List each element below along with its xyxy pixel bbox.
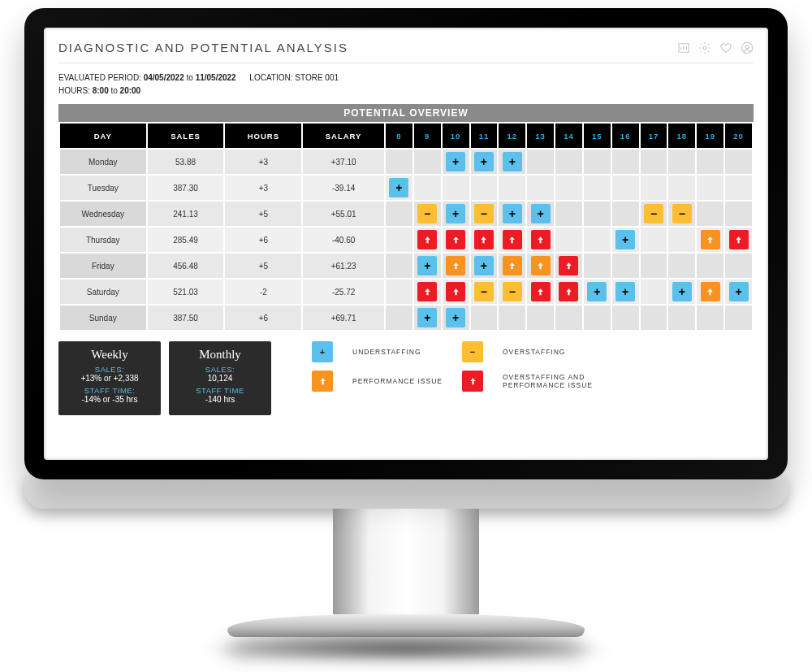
slot (612, 254, 639, 278)
slot (725, 254, 752, 278)
cell-salary: +37.10 (303, 150, 384, 174)
slot (668, 176, 695, 200)
col-hour-10: 10 (443, 124, 469, 148)
slot-badge-U: + (531, 204, 551, 223)
slot (584, 254, 611, 278)
slot (641, 150, 667, 174)
hour-to: 20:00 (120, 86, 141, 95)
slot: + (499, 202, 525, 226)
slot (697, 306, 723, 330)
slot (499, 176, 525, 200)
cell-sales: 387.50 (148, 306, 224, 330)
slot-badge-R (559, 282, 578, 301)
slot-badge-U: + (729, 282, 749, 301)
slot-badge-U: + (474, 256, 494, 275)
col-hour-8: 8 (386, 124, 412, 148)
slot (668, 254, 695, 278)
table-row: Saturday521.03-2-25.72−−++++ (60, 280, 752, 304)
slot: − (414, 202, 441, 226)
slot-badge-P (503, 256, 522, 275)
cell-sales: 521.03 (148, 280, 224, 304)
slot (668, 306, 695, 330)
slot (725, 228, 752, 252)
slot-badge-U: + (474, 152, 494, 171)
slot (386, 228, 412, 252)
slot: + (584, 280, 611, 304)
slot: − (471, 202, 498, 226)
slot-badge-U: + (503, 152, 522, 171)
slot-badge-U: + (615, 230, 635, 249)
slot (612, 150, 639, 174)
user-icon[interactable] (741, 41, 754, 54)
slot (612, 176, 639, 200)
slot-badge-R (417, 282, 437, 301)
slot (527, 306, 554, 330)
slot-badge-U: + (503, 204, 522, 223)
slot (386, 150, 412, 174)
weekly-card: Weekly SALES: +13% or +2,338 STAFF TIME:… (58, 341, 161, 415)
slot (584, 176, 611, 200)
slot-badge-R (446, 230, 465, 249)
col-hour-12: 12 (499, 124, 525, 148)
slot (555, 280, 582, 304)
slot (527, 254, 554, 278)
slot-badge-O: − (474, 204, 494, 223)
cell-salary: -40.60 (303, 228, 384, 252)
slot: + (414, 306, 441, 330)
slot (697, 280, 723, 304)
cell-day: Wednesday (60, 202, 146, 226)
screen: DIAGNOSTIC AND POTENTIAL ANALYSIS (44, 28, 768, 460)
cell-hours: +6 (225, 228, 301, 252)
slot (386, 202, 412, 226)
slot (471, 228, 498, 252)
cell-day: Tuesday (60, 176, 146, 200)
slot (527, 176, 554, 200)
monthly-title: Monthly (175, 348, 265, 362)
slot-badge-U: + (446, 152, 465, 171)
monitor-neck (333, 509, 479, 614)
slot (584, 202, 611, 226)
slot (697, 202, 723, 226)
chart-icon[interactable] (677, 41, 690, 54)
cell-day: Friday (60, 254, 146, 278)
slot: + (499, 150, 525, 174)
slot: − (641, 202, 667, 226)
slot (386, 280, 412, 304)
hour-from: 8:00 (93, 86, 109, 95)
slot: + (471, 150, 498, 174)
col-hour-15: 15 (584, 124, 611, 148)
cell-hours: +6 (225, 306, 301, 330)
heart-icon[interactable] (719, 41, 732, 54)
col-hour-18: 18 (668, 124, 695, 148)
cell-sales: 53.88 (148, 150, 224, 174)
slot-badge-R (474, 230, 494, 249)
slot-badge-U: + (672, 282, 692, 301)
slot-badge-O: − (474, 282, 494, 301)
svg-point-2 (741, 42, 752, 53)
monthly-time-v: -140 hrs (175, 395, 265, 404)
monitor-bezel: DIAGNOSTIC AND POTENTIAL ANALYSIS (24, 8, 788, 479)
slot: − (499, 280, 525, 304)
slot (584, 150, 611, 174)
table-row: Tuesday387.30+3-39.14+ (60, 176, 752, 200)
slot-badge-P (701, 282, 720, 301)
monthly-sales-v: 10,124 (175, 374, 265, 383)
col-salary: SALARY (303, 124, 384, 148)
overview-banner: POTENTIAL OVERVIEW (58, 104, 754, 122)
slot-badge-U: + (446, 308, 465, 327)
titlebar: DIAGNOSTIC AND POTENTIAL ANALYSIS (58, 36, 754, 63)
slot (527, 150, 554, 174)
col-hours: HOURS (225, 124, 301, 148)
slot (725, 176, 752, 200)
slot (584, 228, 611, 252)
to-1: to (187, 73, 193, 82)
monthly-sales-k: SALES: (175, 365, 265, 374)
slot (697, 254, 723, 278)
legend: + UNDERSTAFFING − OVERSTAFFING PERFORMAN… (312, 341, 608, 392)
gear-icon[interactable] (698, 41, 711, 54)
legend-over-label: OVERSTAFFING (503, 348, 608, 356)
slot-badge-R (503, 230, 522, 249)
slot (386, 254, 412, 278)
slot (555, 306, 582, 330)
cell-sales: 285.49 (148, 228, 224, 252)
